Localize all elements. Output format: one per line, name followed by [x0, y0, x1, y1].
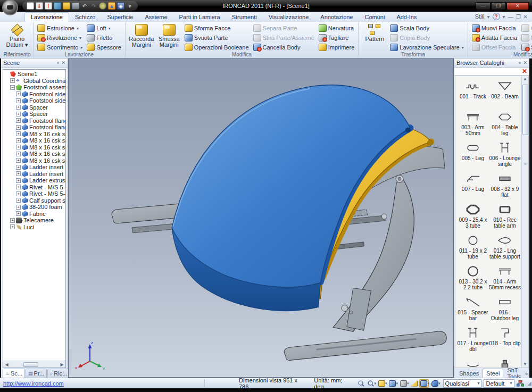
boolean-button[interactable]: Operazioni Booleane — [183, 43, 251, 52]
scroll-right-icon[interactable]: ▶ — [59, 362, 65, 367]
viewport-3d[interactable]: z x y — [68, 59, 454, 378]
catalog-item-012[interactable]: 012 - Lng table support — [489, 232, 521, 263]
mdi-minimize-icon[interactable]: — — [508, 14, 513, 20]
sweep-button[interactable]: Scorrimento▾ — [36, 43, 84, 52]
tab-superficie[interactable]: Superficie — [101, 13, 139, 22]
tree-item[interactable]: +Footstool side (L) — [4, 91, 65, 98]
settings-icon[interactable]: ◈ — [117, 2, 124, 10]
catalog-item-016[interactable]: 016 - Outdoor leg — [489, 294, 521, 325]
expand-icon[interactable]: + — [16, 171, 21, 176]
expand-icon[interactable]: + — [16, 118, 21, 123]
expand-icon[interactable]: + — [16, 152, 21, 156]
chevron-down-icon[interactable]: ▾ — [375, 381, 377, 386]
tree-item[interactable]: +M8 x 16 csk sock — [4, 144, 65, 151]
tree-item[interactable]: +Footstool side (R) — [4, 97, 65, 104]
export-icon[interactable]: I — [45, 2, 52, 10]
tree-item[interactable]: +Ladder insert — [4, 171, 65, 178]
tree-item[interactable]: +Spacer — [4, 111, 65, 118]
delete-body-button[interactable]: Cancella Body — [252, 43, 316, 52]
split-faces-button[interactable]: Separa Facce — [520, 43, 532, 52]
tree-item[interactable]: +Global Coordinate Sy — [4, 78, 65, 85]
match-face-button[interactable]: Adatta Faccia — [470, 33, 519, 43]
minimize-button[interactable]: — — [476, 2, 491, 10]
catalog-item-018[interactable]: 018 - Top clip — [489, 325, 521, 356]
expand-icon[interactable]: + — [16, 138, 21, 143]
catalog-item-013[interactable]: 013 - 30.2 x 2.2 tube — [457, 263, 489, 294]
tree-item[interactable]: +M8 x 16 csk sock — [4, 131, 65, 138]
catalog-tab-steel[interactable]: Steel — [483, 369, 503, 378]
chevron-down-icon[interactable]: ▾ — [385, 381, 387, 386]
chevron-down-icon[interactable]: ▾ — [428, 381, 430, 386]
footstool-assembly-model[interactable] — [69, 59, 453, 377]
expand-icon[interactable]: + — [16, 112, 21, 116]
datum-plane-button[interactable]: Piano Datum ▾ — [3, 23, 31, 48]
new-document-icon[interactable] — [27, 2, 34, 10]
tree-item[interactable]: +M8 x 16 csk sock — [4, 151, 65, 157]
mirror-button[interactable]: Lavorazione Speculare▾ — [388, 43, 466, 52]
expand-icon[interactable]: + — [16, 185, 21, 189]
catalog-item[interactable] — [457, 356, 489, 368]
expand-icon[interactable]: + — [16, 91, 21, 96]
imprint-button[interactable]: Imprimere — [317, 43, 356, 52]
panel-close-icon[interactable]: ✕ — [523, 60, 527, 66]
tree-horizontal-scrollbar[interactable]: ◀ ▶ — [3, 361, 65, 368]
fillet-button[interactable]: Filetto — [85, 33, 122, 43]
tab-assieme[interactable]: Assieme — [139, 13, 173, 22]
expand-icon[interactable]: + — [16, 205, 21, 210]
expand-icon[interactable]: + — [10, 224, 15, 229]
tab-strumenti[interactable]: Strumenti — [226, 13, 263, 22]
tab-add-ins[interactable]: Add-Ins — [390, 13, 422, 22]
expand-icon[interactable]: + — [16, 198, 21, 203]
tree-item[interactable]: +Telecamere — [4, 217, 65, 224]
tree-item[interactable]: +Scene1 — [4, 71, 65, 78]
extrude-button[interactable]: Estrusione▾ — [36, 23, 84, 33]
zoom-window-icon[interactable] — [356, 379, 366, 388]
scroll-left-icon[interactable]: ◀ — [3, 362, 10, 367]
move-face-button[interactable]: Muovi Faccia — [470, 23, 519, 33]
config-dropdown[interactable]: Default ▾ — [484, 379, 514, 388]
trim-button[interactable]: Tagliare — [317, 33, 356, 43]
overflow-chevron-icon[interactable]: ▾ — [126, 2, 134, 10]
tab-lavorazione[interactable]: Lavorazione — [24, 12, 69, 22]
catalog-tabs-overflow-icon[interactable]: ≑ — [525, 369, 529, 378]
catalog-item-015[interactable]: 015 - Spacer bar — [457, 294, 489, 325]
catalog-tab-sht-tools[interactable]: ShT Tools — [503, 369, 525, 378]
panel-tab-ric[interactable]: ⌕Ric... — [47, 369, 70, 378]
expand-icon[interactable]: + — [16, 191, 21, 196]
scale-body-button[interactable]: Scala Body — [388, 23, 466, 33]
surface-mode-icon[interactable] — [410, 379, 419, 388]
mdi-close-icon[interactable]: ✕ — [523, 14, 528, 20]
collapse-icon[interactable]: − — [10, 85, 15, 90]
tree-item[interactable]: +Footstool flange b — [4, 118, 65, 124]
rib-button[interactable]: Nervatura — [317, 23, 356, 33]
image-icon[interactable] — [54, 2, 61, 10]
chevron-down-icon[interactable]: ▾ — [407, 381, 409, 386]
tab-visualizzazione[interactable]: Visualizzazione — [263, 13, 315, 22]
scroll-thumb[interactable] — [522, 85, 528, 135]
styles-menu[interactable]: Stili — [475, 13, 485, 20]
catalog-item-003[interactable]: 003 - Arm 50mm — [457, 109, 489, 140]
structure-icon[interactable] — [516, 379, 526, 388]
scroll-down-icon[interactable]: ▼ — [523, 361, 527, 368]
chevron-down-icon[interactable]: ▾ — [396, 381, 398, 386]
expand-icon[interactable]: + — [16, 211, 21, 216]
scroll-thumb[interactable] — [23, 362, 38, 367]
undo-icon[interactable]: ↶ — [81, 2, 88, 10]
draft-faces-button[interactable]: Sforma Facce — [183, 23, 251, 33]
catalog-scrollbar[interactable]: ▲ ≡ ▼ — [521, 76, 528, 368]
panel-tab-sc[interactable]: ♨Sc... — [3, 369, 25, 378]
chamfer-edges-button[interactable]: Smussa Margini — [155, 23, 183, 48]
catalog-item-010[interactable]: 010 - Rec table arm — [489, 202, 521, 232]
expand-icon[interactable]: + — [10, 218, 15, 223]
tree-item[interactable]: −Footstool assembly — [4, 84, 65, 91]
import-icon[interactable]: ⇓ — [36, 2, 43, 10]
help-icon[interactable]: ? — [493, 13, 500, 20]
pin-icon[interactable]: ⌖ — [56, 60, 59, 66]
tree-item[interactable]: +M8 x 16 csk sock — [4, 137, 65, 144]
render-sphere-icon[interactable] — [99, 2, 106, 10]
expand-icon[interactable]: + — [16, 131, 21, 136]
pin-icon[interactable]: ⌖ — [518, 60, 521, 66]
catalog-item-008[interactable]: 008 - 32 x 9 flat — [489, 171, 521, 202]
catalog-item-014[interactable]: 014 - Arm 50mm recess — [489, 263, 521, 294]
panel-tab-pr[interactable]: ▤Pr... — [26, 369, 47, 378]
